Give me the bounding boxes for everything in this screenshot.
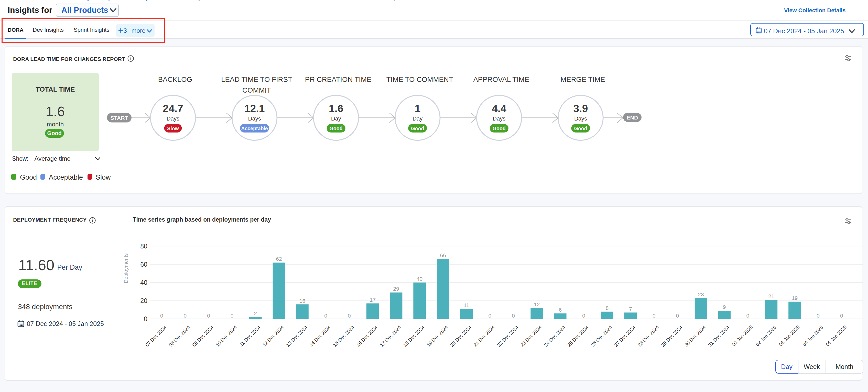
svg-text:0: 0	[184, 313, 187, 319]
svg-text:04 Jan 2025: 04 Jan 2025	[802, 325, 824, 347]
svg-text:15 Dec 2024: 15 Dec 2024	[332, 325, 355, 348]
svg-text:9: 9	[723, 304, 726, 310]
svg-text:10 Dec 2024: 10 Dec 2024	[215, 325, 238, 348]
svg-text:Good: Good	[330, 126, 343, 131]
svg-text:17 Dec 2024: 17 Dec 2024	[379, 325, 402, 348]
svg-text:APPROVAL TIME: APPROVAL TIME	[473, 76, 529, 83]
svg-text:0: 0	[816, 313, 819, 319]
svg-text:03 Jan 2025: 03 Jan 2025	[778, 325, 801, 347]
svg-text:19 Dec 2024: 19 Dec 2024	[426, 325, 449, 348]
svg-text:TIME TO COMMENT: TIME TO COMMENT	[386, 76, 453, 83]
svg-text:0: 0	[840, 313, 843, 319]
svg-text:0: 0	[746, 313, 749, 319]
svg-text:19: 19	[792, 295, 798, 301]
svg-text:BACKLOG: BACKLOG	[158, 76, 192, 83]
svg-text:0: 0	[160, 313, 163, 319]
svg-text:1: 1	[414, 102, 421, 114]
svg-text:31 Dec 2024: 31 Dec 2024	[707, 325, 730, 348]
svg-text:05 Jan 2025: 05 Jan 2025	[825, 325, 847, 347]
svg-text:0: 0	[489, 313, 492, 319]
svg-text:0: 0	[144, 315, 147, 323]
svg-text:END: END	[627, 115, 638, 121]
svg-text:24.7: 24.7	[163, 102, 183, 114]
svg-text:Day: Day	[412, 115, 423, 122]
svg-text:25 Dec 2024: 25 Dec 2024	[566, 325, 590, 348]
svg-text:0: 0	[207, 313, 210, 319]
svg-text:Day: Day	[331, 115, 341, 122]
svg-text:30 Dec 2024: 30 Dec 2024	[683, 325, 707, 348]
svg-text:3.9: 3.9	[574, 102, 588, 114]
svg-text:0: 0	[676, 313, 679, 319]
svg-text:8: 8	[606, 305, 609, 311]
svg-text:Good: Good	[574, 126, 587, 131]
svg-text:02 Jan 2025: 02 Jan 2025	[755, 325, 777, 347]
svg-text:Days: Days	[248, 115, 261, 122]
svg-text:01 Jan 2025: 01 Jan 2025	[731, 325, 754, 347]
svg-text:24 Dec 2024: 24 Dec 2024	[543, 325, 566, 348]
svg-text:60: 60	[140, 261, 147, 268]
svg-text:0: 0	[348, 313, 351, 319]
svg-text:12: 12	[534, 301, 540, 307]
svg-text:21: 21	[768, 293, 774, 299]
svg-text:7: 7	[629, 306, 632, 312]
svg-text:6: 6	[559, 307, 562, 313]
svg-text:62: 62	[276, 256, 282, 262]
svg-text:13 Dec 2024: 13 Dec 2024	[285, 325, 308, 348]
svg-text:23 Dec 2024: 23 Dec 2024	[520, 325, 543, 348]
svg-text:23: 23	[698, 292, 704, 297]
svg-text:11 Dec 2024: 11 Dec 2024	[239, 325, 261, 348]
svg-text:27 Dec 2024: 27 Dec 2024	[613, 325, 637, 348]
svg-text:09 Dec 2024: 09 Dec 2024	[191, 325, 214, 348]
svg-text:0: 0	[582, 313, 585, 319]
svg-text:20: 20	[140, 297, 147, 304]
svg-text:1.6: 1.6	[329, 102, 343, 114]
svg-text:Acceptable: Acceptable	[241, 126, 268, 131]
svg-text:PR CREATION TIME: PR CREATION TIME	[305, 76, 372, 83]
svg-text:40: 40	[416, 276, 423, 282]
svg-text:START: START	[111, 115, 128, 121]
svg-text:22 Dec 2024: 22 Dec 2024	[496, 325, 520, 348]
svg-text:07 Dec 2024: 07 Dec 2024	[144, 325, 167, 348]
svg-text:4.4: 4.4	[492, 102, 506, 114]
svg-text:0: 0	[324, 313, 327, 319]
svg-text:COMMIT: COMMIT	[242, 86, 271, 94]
svg-text:40: 40	[140, 279, 147, 286]
svg-text:Slow: Slow	[167, 126, 179, 131]
svg-text:28 Dec 2024: 28 Dec 2024	[637, 325, 660, 348]
svg-text:2: 2	[254, 310, 257, 316]
svg-text:LEAD TIME TO FIRST: LEAD TIME TO FIRST	[221, 76, 292, 83]
svg-text:Days: Days	[166, 115, 179, 122]
svg-text:MERGE TIME: MERGE TIME	[560, 76, 605, 83]
svg-text:08 Dec 2024: 08 Dec 2024	[168, 325, 191, 348]
svg-text:Good: Good	[411, 126, 424, 131]
svg-text:26 Dec 2024: 26 Dec 2024	[590, 325, 613, 348]
svg-text:66: 66	[440, 252, 446, 258]
svg-text:0: 0	[512, 313, 515, 319]
svg-text:12.1: 12.1	[244, 102, 265, 114]
svg-text:17: 17	[370, 297, 376, 303]
svg-text:80: 80	[140, 243, 147, 250]
svg-text:16: 16	[300, 298, 305, 304]
svg-text:18 Dec 2024: 18 Dec 2024	[402, 325, 426, 348]
svg-text:29: 29	[393, 286, 399, 292]
svg-text:21 Dec 2024: 21 Dec 2024	[473, 325, 496, 348]
svg-text:11: 11	[464, 302, 469, 308]
svg-text:29 Dec 2024: 29 Dec 2024	[660, 325, 683, 348]
svg-text:Days: Days	[493, 115, 505, 122]
svg-text:Days: Days	[574, 115, 587, 122]
svg-text:0: 0	[653, 313, 656, 319]
svg-text:12 Dec 2024: 12 Dec 2024	[261, 325, 285, 348]
svg-text:Deployments: Deployments	[123, 253, 129, 283]
svg-text:20 Dec 2024: 20 Dec 2024	[449, 325, 472, 348]
svg-text:Good: Good	[493, 126, 506, 131]
svg-text:0: 0	[230, 313, 234, 319]
svg-text:16 Dec 2024: 16 Dec 2024	[355, 325, 379, 348]
svg-text:14 Dec 2024: 14 Dec 2024	[309, 325, 332, 348]
